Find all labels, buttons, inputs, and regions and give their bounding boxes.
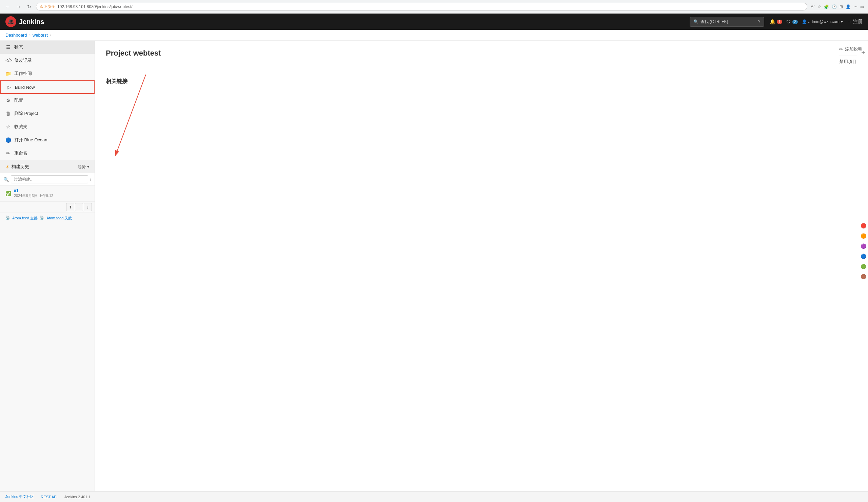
refresh-button[interactable]: ↻ bbox=[26, 3, 32, 10]
sidebar-item-status[interactable]: ☰ 状态 bbox=[0, 41, 95, 54]
nav-first-button[interactable]: ⤒ bbox=[66, 203, 74, 211]
nav-down-button[interactable]: ↓ bbox=[84, 203, 92, 211]
related-links-section: 相关链接 bbox=[106, 78, 857, 85]
history-icon[interactable]: 🕐 bbox=[832, 4, 837, 9]
plus-button[interactable]: + bbox=[858, 46, 868, 59]
breadcrumb-sep-1: › bbox=[29, 33, 31, 38]
disable-project-action[interactable]: 禁用项目 bbox=[839, 55, 857, 65]
sidebar-item-rename[interactable]: ✏ 重命名 bbox=[0, 147, 95, 160]
forward-button[interactable]: → bbox=[15, 3, 22, 10]
edit-icon: ✏ bbox=[839, 47, 843, 52]
floating-icon-2[interactable]: 🟠 bbox=[858, 231, 868, 241]
search-icon: 🔍 bbox=[693, 19, 699, 24]
header-icons: 🔔 1 🛡 2 👤 admin@wzh.com ▾ → 注册 bbox=[770, 19, 862, 25]
annotation-overlay bbox=[95, 41, 868, 491]
profile-icon[interactable]: 👤 bbox=[846, 4, 851, 9]
trend-button[interactable]: 趋势 ▾ bbox=[78, 164, 89, 170]
footer-version: Jenkins 2.401.1 bbox=[64, 495, 91, 499]
status-icon: ☰ bbox=[6, 44, 11, 50]
username-label: admin@wzh.com bbox=[808, 19, 839, 24]
filter-search-icon: 🔍 bbox=[3, 177, 9, 182]
trend-chevron-icon: ▾ bbox=[87, 164, 89, 169]
sidebar-item-blue-ocean[interactable]: 🔵 打开 Blue Ocean bbox=[0, 134, 95, 147]
build-now-icon: ▷ bbox=[6, 84, 11, 90]
blue-ocean-icon: 🔵 bbox=[6, 137, 11, 143]
sidebar-item-delete[interactable]: 🗑 删除 Project bbox=[0, 107, 95, 120]
svg-line-0 bbox=[115, 75, 146, 156]
build-date: 2024年8月3日 上午9:12 bbox=[14, 193, 89, 198]
search-bar[interactable]: 🔍 查找 (CTRL+K) ? bbox=[690, 17, 764, 27]
sun-icon: ☀ bbox=[6, 164, 10, 169]
filter-input[interactable] bbox=[11, 175, 88, 184]
shield-badge: 2 bbox=[792, 20, 798, 24]
breadcrumb: Dashboard › webtest › bbox=[0, 30, 868, 41]
sidebar-label-blue-ocean: 打开 Blue Ocean bbox=[14, 137, 48, 143]
footer: Jenkins 中文社区 REST API Jenkins 2.401.1 bbox=[0, 491, 868, 502]
breadcrumb-webtest[interactable]: webtest bbox=[32, 33, 48, 38]
related-links-title: 相关链接 bbox=[106, 78, 857, 85]
build-item[interactable]: ✅ #1 2024年8月3日 上午9:12 bbox=[0, 186, 95, 201]
shield-icon: 🛡 bbox=[786, 19, 791, 24]
security-warning: ⚠ 不安全 bbox=[40, 4, 55, 9]
project-title: Project webtest bbox=[106, 49, 857, 57]
grid-icon[interactable]: ⊞ bbox=[839, 4, 843, 9]
floating-icon-5[interactable]: 🟢 bbox=[858, 262, 868, 271]
back-button[interactable]: ← bbox=[4, 3, 11, 10]
dropdown-icon: ▾ bbox=[841, 19, 843, 24]
shield-button[interactable]: 🛡 2 bbox=[786, 19, 798, 24]
feed-fail-link[interactable]: Atom feed 失败 bbox=[46, 216, 72, 221]
jenkins-header: 🎩 Jenkins 🔍 查找 (CTRL+K) ? 🔔 1 🛡 2 👤 admi… bbox=[0, 13, 868, 30]
sidebar-label-build-now: Build Now bbox=[15, 85, 35, 90]
register-icon: → bbox=[847, 19, 852, 24]
help-icon: ? bbox=[758, 19, 761, 24]
bookmark-icon[interactable]: ☆ bbox=[817, 4, 821, 9]
footer-community-link[interactable]: Jenkins 中文社区 bbox=[6, 494, 34, 499]
filter-row: 🔍 / bbox=[0, 173, 95, 186]
extension-icon[interactable]: 🧩 bbox=[824, 4, 829, 9]
notification-button[interactable]: 🔔 1 bbox=[770, 19, 782, 24]
sidebar-label-status: 状态 bbox=[14, 44, 23, 50]
search-placeholder: 查找 (CTRL+K) bbox=[701, 19, 728, 25]
trend-label: 趋势 bbox=[78, 164, 86, 170]
sidebar-item-changes[interactable]: </> 修改记录 bbox=[0, 54, 95, 67]
jenkins-logo: 🎩 Jenkins bbox=[6, 16, 44, 27]
browser-extensions: Aʼ ☆ 🧩 🕐 ⊞ 👤 ⋯ ▭ bbox=[811, 4, 864, 9]
floating-icon-3[interactable]: 🟣 bbox=[858, 241, 868, 251]
sidebar-item-build-now[interactable]: ▷ Build Now bbox=[0, 80, 95, 94]
content-area: Project webtest ✏ 添加说明 禁用项目 + 相关链接 bbox=[95, 41, 868, 491]
sidebar-label-favorites: 收藏夹 bbox=[14, 124, 28, 130]
main-layout: ☰ 状态 </> 修改记录 📁 工作空间 ▷ Build Now ⚙ 配置 🗑 … bbox=[0, 41, 868, 491]
nav-up-button[interactable]: ↑ bbox=[75, 203, 83, 211]
floating-icon-1[interactable]: 🔴 bbox=[858, 221, 868, 230]
build-number: #1 bbox=[14, 188, 89, 193]
rename-icon: ✏ bbox=[6, 150, 11, 156]
sidebar-label-delete: 删除 Project bbox=[14, 111, 38, 117]
build-history-title: 构建历史 bbox=[11, 164, 29, 170]
user-menu-button[interactable]: 👤 admin@wzh.com ▾ bbox=[802, 19, 843, 24]
address-text: 192.168.93.101:8080/jenkins/job/webtest/ bbox=[57, 4, 133, 9]
configure-icon: ⚙ bbox=[6, 98, 11, 103]
sidebar-item-workspace[interactable]: 📁 工作空间 bbox=[0, 67, 95, 80]
sidebar-item-configure[interactable]: ⚙ 配置 bbox=[0, 94, 95, 107]
jenkins-title: Jenkins bbox=[19, 18, 44, 26]
build-history-section: ☀ 构建历史 趋势 ▾ 🔍 / ✅ #1 2024年8月3日 上午9:12 bbox=[0, 160, 95, 223]
sidebar-toggle[interactable]: ▭ bbox=[860, 4, 864, 9]
feed-all-link[interactable]: Atom feed 全部 bbox=[12, 216, 38, 221]
user-icon: 👤 bbox=[802, 19, 807, 24]
sidebar-item-favorites[interactable]: ☆ 收藏夹 bbox=[0, 120, 95, 134]
register-button[interactable]: → 注册 bbox=[847, 19, 862, 25]
footer-rest-api-link[interactable]: REST API bbox=[41, 495, 57, 499]
bell-icon: 🔔 bbox=[770, 19, 775, 24]
translate-icon[interactable]: Aʼ bbox=[811, 4, 815, 9]
more-icon[interactable]: ⋯ bbox=[854, 4, 857, 9]
build-history-header[interactable]: ☀ 构建历史 趋势 ▾ bbox=[0, 160, 95, 173]
floating-icon-4[interactable]: 🔵 bbox=[858, 251, 868, 261]
address-bar[interactable]: ⚠ 不安全 192.168.93.101:8080/jenkins/job/we… bbox=[36, 3, 807, 11]
floating-icon-6[interactable]: 🟤 bbox=[858, 272, 868, 281]
build-info: #1 2024年8月3日 上午9:12 bbox=[14, 188, 89, 198]
browser-chrome: ← → ↻ ⚠ 不安全 192.168.93.101:8080/jenkins/… bbox=[0, 0, 868, 13]
sidebar: ☰ 状态 </> 修改记录 📁 工作空间 ▷ Build Now ⚙ 配置 🗑 … bbox=[0, 41, 95, 491]
breadcrumb-dashboard[interactable]: Dashboard bbox=[6, 33, 27, 38]
sidebar-label-configure: 配置 bbox=[14, 97, 23, 103]
build-status-success-icon: ✅ bbox=[6, 191, 11, 196]
